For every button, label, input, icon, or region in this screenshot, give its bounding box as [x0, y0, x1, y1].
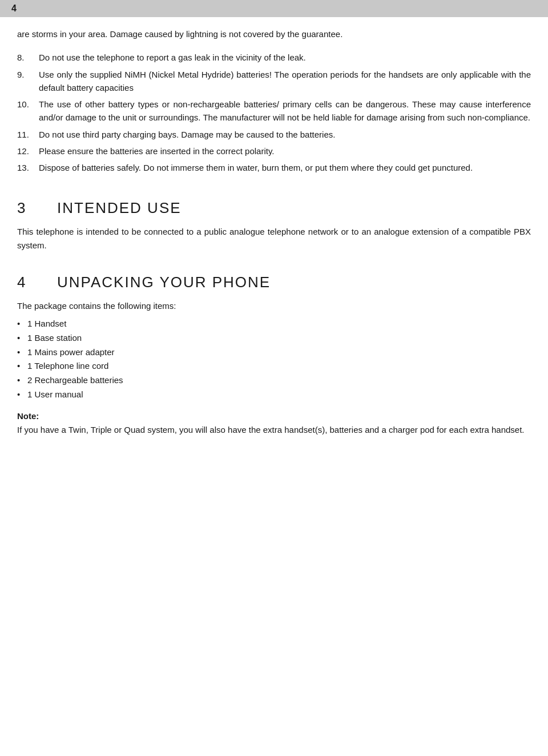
list-item: 1 User manual: [17, 388, 531, 402]
list-item: 1 Base station: [17, 331, 531, 345]
section4-heading: 4 UNPACKING YOUR PHONE: [17, 274, 531, 291]
list-item-9: 9. Use only the supplied NiMH (Nickel Me…: [17, 68, 531, 95]
list-item-10: 10. The use of other battery types or no…: [17, 98, 531, 124]
list-item: 1 Mains power adapter: [17, 345, 531, 360]
page-number: 4: [11, 3, 17, 13]
list-item: 2 Rechargeable batteries: [17, 373, 531, 388]
list-item: 1 Handset: [17, 317, 531, 331]
section4-number: 4: [17, 274, 34, 291]
item-13-text: Dispose of batteries safely. Do not imme…: [39, 161, 531, 174]
section4-items-list: 1 Handset1 Base station1 Mains power ada…: [17, 317, 531, 402]
item-10-num: 10.: [17, 98, 39, 124]
item-10-text: The use of other battery types or non-re…: [39, 98, 531, 124]
section4-intro: The package contains the following items…: [17, 299, 531, 312]
item-12-text: Please ensure the batteries are inserted…: [39, 144, 531, 158]
note-label: Note:: [17, 411, 531, 421]
list-item-13: 13. Dispose of batteries safely. Do not …: [17, 161, 531, 174]
section3-number: 3: [17, 199, 34, 217]
item-9-num: 9.: [17, 68, 39, 95]
list-item-11: 11. Do not use third party charging bays…: [17, 128, 531, 141]
item-8-num: 8.: [17, 51, 39, 64]
section3-heading: 3 INTENDED USE: [17, 199, 531, 217]
list-item: 1 Telephone line cord: [17, 359, 531, 373]
item-8-text: Do not use the telephone to report a gas…: [39, 51, 531, 64]
note-text: If you have a Twin, Triple or Quad syste…: [17, 423, 531, 436]
item-12-num: 12.: [17, 144, 39, 158]
list-item-8: 8. Do not use the telephone to report a …: [17, 51, 531, 64]
item-9-text: Use only the supplied NiMH (Nickel Metal…: [39, 68, 531, 95]
content-area: are storms in your area. Damage caused b…: [0, 17, 548, 453]
item-11-text: Do not use third party charging bays. Da…: [39, 128, 531, 141]
list-item-12: 12. Please ensure the batteries are inse…: [17, 144, 531, 158]
item-13-num: 13.: [17, 161, 39, 174]
section3-title: INTENDED USE: [57, 199, 182, 217]
section3-body: This telephone is intended to be connect…: [17, 225, 531, 252]
section4-title: UNPACKING YOUR PHONE: [57, 274, 271, 291]
page-number-bar: 4: [0, 0, 548, 17]
intro-text-1: are storms in your area. Damage caused b…: [17, 27, 531, 41]
page-container: 4 are storms in your area. Damage caused…: [0, 0, 548, 756]
item-11-num: 11.: [17, 128, 39, 141]
